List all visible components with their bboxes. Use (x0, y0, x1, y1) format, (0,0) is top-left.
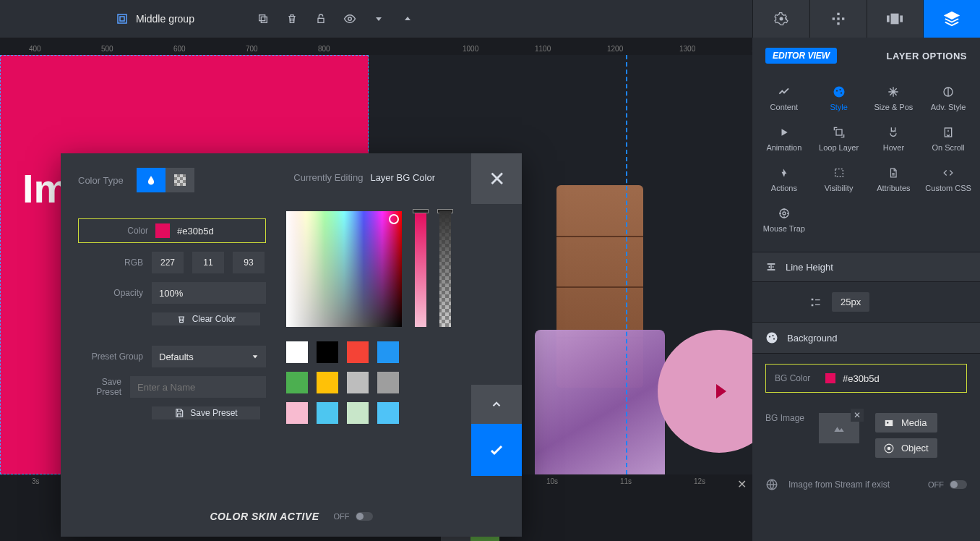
remove-image-icon[interactable]: ✕ (851, 409, 864, 422)
bg-color-field[interactable]: BG Color #e30b5d (765, 364, 967, 393)
bg-color-swatch (825, 373, 835, 383)
clear-color-button[interactable]: Clear Color (152, 312, 260, 325)
svg-rect-39 (177, 177, 180, 180)
svg-point-33 (887, 422, 888, 423)
editor-view-badge[interactable]: EDITOR VIEW (765, 48, 837, 64)
layers-tab-icon[interactable] (923, 0, 980, 38)
svg-rect-17 (901, 15, 903, 22)
svg-rect-43 (177, 183, 180, 186)
right-panel: EDITOR VIEW LAYER OPTIONS Content Style … (752, 38, 980, 541)
preset-swatch[interactable] (317, 402, 338, 424)
svg-rect-32 (885, 419, 893, 425)
tab-attributes[interactable]: Attributes (867, 159, 921, 200)
tab-hover[interactable]: Hover (867, 119, 921, 159)
svg-rect-23 (836, 129, 842, 135)
preset-group-field: Preset Group Defaults (78, 346, 266, 367)
svg-rect-10 (837, 13, 839, 15)
tab-customcss[interactable]: Custom CSS (921, 159, 976, 200)
visibility-icon[interactable] (338, 7, 362, 31)
preset-group-select[interactable]: Defaults (152, 346, 266, 367)
hue-slider[interactable] (415, 211, 426, 327)
preset-swatch[interactable] (377, 402, 399, 424)
panel-title: LAYER OPTIONS (887, 51, 967, 61)
tab-actions[interactable]: Actions (757, 159, 812, 200)
preset-swatch[interactable] (286, 372, 308, 393)
svg-point-28 (767, 333, 778, 344)
scroll-swatches-button[interactable] (471, 385, 522, 424)
svg-point-21 (841, 92, 842, 93)
svg-rect-44 (183, 183, 186, 186)
svg-point-26 (783, 212, 786, 215)
preset-swatch[interactable] (286, 341, 308, 363)
alpha-slider[interactable] (439, 211, 451, 327)
move-up-icon[interactable] (395, 7, 420, 31)
opacity-input[interactable]: 100% (152, 282, 266, 304)
slides-tab-icon[interactable] (867, 0, 924, 38)
preset-swatch[interactable] (377, 372, 399, 393)
tab-style[interactable]: Style (812, 78, 867, 119)
tab-visibility[interactable]: Visibility (812, 159, 867, 200)
delete-icon[interactable] (280, 7, 304, 31)
confirm-color-button[interactable] (471, 424, 522, 476)
preset-swatch[interactable] (347, 402, 369, 424)
svg-point-29 (769, 336, 770, 337)
solid-color-button[interactable] (137, 168, 166, 192)
tab-mousetrap[interactable]: Mouse Trap (757, 200, 812, 240)
rgb-fields: RGB 227 11 93 (78, 252, 266, 273)
line-height-value[interactable]: 25px (832, 292, 869, 312)
svg-rect-2 (261, 17, 267, 22)
svg-rect-15 (887, 15, 890, 22)
svg-rect-1 (120, 17, 124, 21)
move-down-icon[interactable] (366, 7, 391, 31)
svg-rect-25 (835, 169, 843, 177)
preset-swatch[interactable] (347, 341, 369, 363)
svg-point-31 (773, 338, 775, 339)
section-line-height[interactable]: Line Height (752, 252, 980, 282)
bg-image-thumb[interactable]: ✕ (819, 413, 859, 443)
lock-icon[interactable] (309, 7, 333, 31)
object-button[interactable]: Object (875, 438, 937, 458)
close-picker-button[interactable]: ✕ (471, 153, 522, 204)
tab-looplayer[interactable]: Loop Layer (812, 119, 867, 159)
preset-name-input[interactable] (130, 376, 266, 398)
navigation-tab-icon[interactable] (809, 0, 867, 38)
svg-rect-40 (183, 177, 186, 180)
settings-tab-icon[interactable] (752, 0, 809, 38)
product-image[interactable] (549, 185, 650, 474)
save-preset-button[interactable]: Save Preset (152, 406, 260, 419)
line-height-icon (809, 297, 822, 308)
image-placeholder-icon (830, 421, 848, 435)
nav-circle[interactable] (658, 330, 752, 453)
tab-advstyle[interactable]: Adv. Style (921, 78, 976, 119)
color-type-label: Color Type (78, 175, 124, 186)
skin-active-toggle[interactable]: OFF (334, 512, 373, 521)
svg-rect-4 (318, 18, 324, 22)
chevron-right-icon (716, 384, 726, 399)
tab-content[interactable]: Content (757, 78, 812, 119)
stream-toggle[interactable]: OFF (928, 480, 967, 489)
preset-swatch[interactable] (377, 341, 399, 363)
duplicate-icon[interactable] (251, 7, 275, 31)
svg-point-19 (836, 90, 838, 91)
section-background[interactable]: Background (752, 322, 980, 354)
right-panel-tabs (752, 0, 980, 38)
hex-field[interactable]: Color #e30b5d (78, 218, 266, 243)
gradient-color-button[interactable] (166, 168, 194, 192)
tab-onscroll[interactable]: On Scroll (921, 119, 976, 159)
tab-animation[interactable]: Animation (757, 119, 812, 159)
color-gradient-area[interactable] (286, 211, 402, 327)
guide-line[interactable] (626, 55, 627, 474)
selected-layer-label[interactable]: Middle group (116, 12, 194, 25)
rgb-b-input[interactable]: 93 (233, 252, 265, 273)
rgb-g-input[interactable]: 11 (192, 252, 224, 273)
rgb-r-input[interactable]: 227 (152, 252, 184, 273)
color-picker-modal: ✕ Color Type Currently EditingLayer BG C… (61, 153, 522, 537)
preset-swatch[interactable] (317, 341, 338, 363)
preset-swatch[interactable] (347, 372, 369, 393)
skin-active-label: COLOR SKIN ACTIVE (210, 511, 319, 522)
preset-swatch[interactable] (317, 372, 338, 393)
tab-sizepos[interactable]: Size & Pos (867, 78, 921, 119)
media-button[interactable]: Media (875, 413, 937, 433)
svg-rect-41 (174, 180, 177, 183)
preset-swatch[interactable] (286, 402, 308, 424)
